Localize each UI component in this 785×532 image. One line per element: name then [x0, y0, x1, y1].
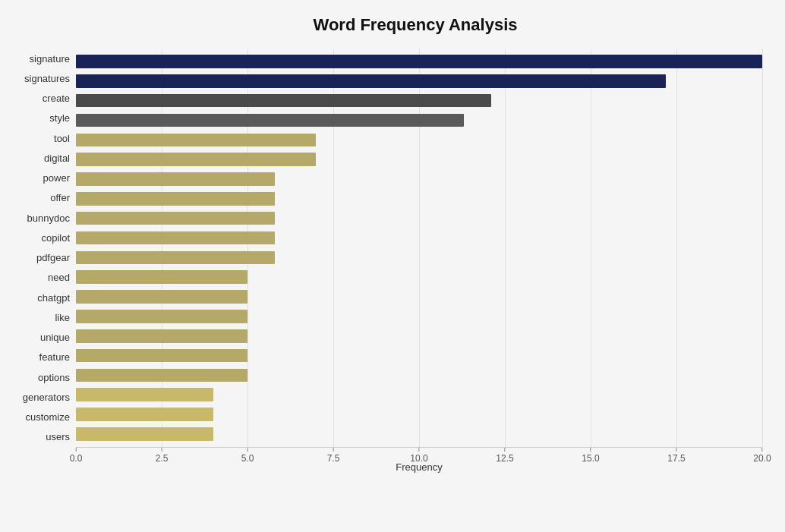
bar-row	[76, 130, 762, 150]
x-tick: 0.0	[70, 448, 83, 464]
bar-row	[76, 307, 762, 326]
x-tick-line	[504, 448, 505, 452]
x-tick-line	[162, 448, 162, 452]
x-tick: 10.0	[410, 448, 427, 464]
bar-row	[76, 346, 762, 366]
bar	[76, 172, 275, 186]
x-tick: 17.5	[667, 448, 685, 464]
bar	[76, 270, 247, 284]
y-label: pdfgear	[36, 253, 70, 263]
x-tick-line	[418, 448, 419, 452]
x-tick-label: 17.5	[667, 453, 685, 464]
x-tick: 2.5	[156, 448, 169, 464]
chart-area: signaturesignaturescreatestyletooldigita…	[8, 49, 762, 474]
bar	[76, 55, 762, 68]
y-label: style	[49, 113, 70, 123]
y-label: need	[48, 272, 70, 282]
bar-row	[76, 267, 762, 287]
x-axis: 0.02.55.07.510.012.515.017.520.0 Frequen…	[76, 447, 762, 474]
y-label: offer	[50, 193, 70, 203]
bars-and-xaxis: 0.02.55.07.510.012.515.017.520.0 Frequen…	[76, 49, 762, 474]
y-label: feature	[39, 352, 70, 362]
y-label: chatgpt	[37, 293, 70, 303]
y-label: bunnydoc	[27, 213, 70, 223]
x-tick-line	[333, 448, 334, 452]
x-tick: 12.5	[496, 448, 513, 464]
bar	[76, 251, 275, 265]
y-label: create	[43, 93, 70, 103]
x-tick-label: 5.0	[241, 453, 254, 464]
x-tick-label: 7.5	[327, 453, 340, 464]
bar	[76, 114, 464, 127]
bar-row	[76, 287, 762, 307]
x-tick-label: 20.0	[753, 453, 771, 464]
bars-inner	[76, 49, 762, 447]
x-tick-line	[761, 448, 762, 452]
x-tick: 5.0	[241, 448, 254, 464]
y-label: copilot	[41, 233, 70, 243]
bar-row	[76, 71, 762, 91]
x-tick: 7.5	[327, 448, 340, 464]
bars-area	[76, 49, 762, 447]
bar	[76, 231, 275, 245]
y-label: tool	[54, 134, 70, 143]
x-tick-label: 2.5	[156, 453, 169, 464]
bar	[76, 192, 275, 206]
x-tick-label: 10.0	[410, 453, 427, 464]
bar-row	[76, 385, 762, 405]
x-tick-line	[76, 448, 77, 452]
bar	[76, 212, 275, 225]
bar-row	[76, 111, 762, 131]
bar-row	[76, 150, 762, 169]
x-tick-line	[247, 448, 248, 452]
bar	[76, 369, 247, 382]
bar	[76, 310, 247, 323]
grid-line	[762, 49, 763, 447]
y-label: signatures	[24, 74, 70, 83]
y-labels: signaturesignaturescreatestyletooldigita…	[8, 49, 76, 474]
bar	[76, 427, 213, 441]
bar-row	[76, 169, 762, 189]
bar	[76, 408, 213, 421]
y-label: customize	[25, 412, 70, 422]
bar	[76, 290, 247, 304]
x-tick-line	[590, 448, 591, 452]
y-label: power	[43, 173, 70, 183]
bar-row	[76, 247, 762, 267]
bar-row	[76, 91, 762, 111]
y-label: generators	[23, 392, 70, 402]
bar-row	[76, 189, 762, 209]
chart-container: Word Frequency Analysis signaturesignatu…	[0, 0, 785, 532]
bar-row	[76, 228, 762, 248]
bar-row	[76, 405, 762, 424]
x-tick: 15.0	[582, 448, 599, 464]
y-label: like	[55, 313, 70, 323]
bar	[76, 153, 316, 166]
bar-row	[76, 209, 762, 228]
bar-row	[76, 326, 762, 346]
bar	[76, 74, 666, 88]
bar	[76, 388, 213, 401]
y-label: signature	[30, 54, 70, 64]
bar-row	[76, 52, 762, 71]
bar	[76, 94, 491, 108]
x-tick-label: 15.0	[582, 453, 599, 464]
bar	[76, 329, 247, 343]
bar	[76, 349, 247, 363]
y-label: unique	[40, 332, 70, 342]
x-tick-label: 0.0	[70, 453, 83, 464]
x-tick-line	[676, 448, 676, 452]
x-tick: 20.0	[753, 448, 771, 464]
x-tick-label: 12.5	[496, 453, 513, 464]
bar-row	[76, 424, 762, 444]
bar-row	[76, 366, 762, 386]
y-label: options	[38, 373, 70, 382]
y-label: users	[46, 432, 70, 442]
bar	[76, 134, 316, 147]
y-label: digital	[44, 153, 70, 163]
chart-title: Word Frequency Analysis	[8, 15, 762, 35]
